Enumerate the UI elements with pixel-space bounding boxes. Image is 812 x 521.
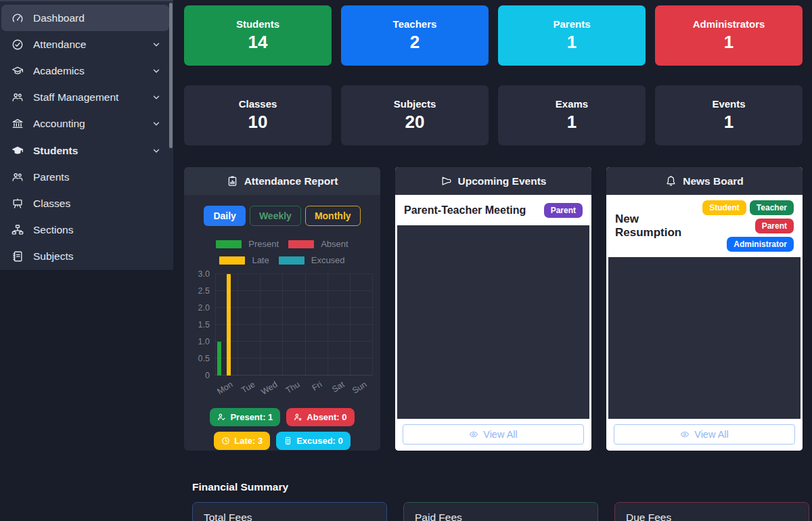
events-view-all-button[interactable]: View All xyxy=(403,424,584,445)
journal-icon xyxy=(12,250,24,263)
legend-label: Excused xyxy=(311,255,345,265)
stat-card-parents[interactable]: Parents1 xyxy=(498,5,646,66)
attendance-report-card: Attendance Report DailyWeeklyMonthly Pre… xyxy=(184,167,380,451)
attendance-bar-chart: 00.51.01.52.02.53.0 xyxy=(215,274,372,376)
legend-swatch xyxy=(288,240,314,248)
sidebar-item-label: Dashboard xyxy=(33,12,85,24)
event-row[interactable]: Parent-Teacher MeetingParent xyxy=(395,195,591,225)
summary-badge-present: Present: 1 xyxy=(210,408,280,426)
chevron-down-icon xyxy=(152,119,161,129)
diagram-icon xyxy=(12,224,24,236)
easel-icon xyxy=(12,198,24,210)
sidebar-scrollbar-thumb[interactable] xyxy=(169,3,173,148)
attendance-tab-weekly[interactable]: Weekly xyxy=(250,206,301,226)
stat-card-label: Parents xyxy=(553,18,590,30)
sidebar-item-label: Attendance xyxy=(33,39,86,51)
stat-card-value: 14 xyxy=(248,32,268,53)
sidebar-item-label: Classes xyxy=(33,198,70,210)
stat-card-value: 20 xyxy=(405,112,425,133)
chart-column-sat xyxy=(328,274,350,376)
person-check-icon xyxy=(217,413,226,422)
stat-card-label: Teachers xyxy=(393,18,437,30)
stat-card-value: 1 xyxy=(567,112,577,133)
mortarboard-fill-icon xyxy=(12,145,24,157)
y-axis-tick-label: 2.5 xyxy=(185,286,210,296)
sidebar-item-label: Sections xyxy=(33,224,73,236)
legend-swatch xyxy=(219,256,245,265)
chart-column-wed xyxy=(260,274,282,376)
stat-card-classes[interactable]: Classes10 xyxy=(184,85,332,145)
news-row[interactable]: New ResumptionStudentTeacherParentAdmini… xyxy=(606,195,803,257)
sidebar-item-dashboard[interactable]: Dashboard xyxy=(1,5,169,31)
stat-card-subjects[interactable]: Subjects20 xyxy=(341,85,489,145)
stat-card-exams[interactable]: Exams1 xyxy=(498,85,646,145)
stat-card-label: Subjects xyxy=(394,98,436,110)
attendance-tab-monthly[interactable]: Monthly xyxy=(305,206,361,226)
person-x-icon xyxy=(294,413,302,422)
chevron-down-icon xyxy=(152,93,161,102)
legend-item-absent[interactable]: Absent xyxy=(288,239,348,249)
chart-column-thu xyxy=(282,274,304,376)
news-role-badge-teacher: Teacher xyxy=(750,200,794,215)
stat-card-value: 1 xyxy=(724,32,734,53)
attendance-report-title: Attendance Report xyxy=(244,175,338,187)
financial-summary-cards: Total FeesPaid FeesDue Fees xyxy=(192,502,809,521)
summary-badge-label: Absent: 0 xyxy=(307,412,346,422)
news-role-badge-parent: Parent xyxy=(755,219,794,233)
financial-card-paid-fees: Paid Fees xyxy=(403,502,598,521)
dashboard-panels: Attendance Report DailyWeeklyMonthly Pre… xyxy=(184,167,803,451)
summary-badge-label: Present: 1 xyxy=(230,412,273,422)
bell-icon xyxy=(665,175,677,187)
stat-card-students[interactable]: Students14 xyxy=(184,5,332,66)
x-axis-tick-label: Mon xyxy=(205,380,234,403)
eye-icon xyxy=(469,430,478,439)
summary-badge-late: Late: 3 xyxy=(214,432,270,450)
sidebar-item-label: Students xyxy=(33,145,78,157)
stat-card-administrators[interactable]: Administrators1 xyxy=(655,5,803,66)
chart-column-sun xyxy=(350,274,372,376)
sidebar-nav: DashboardAttendanceAcademicsStaff Manage… xyxy=(0,1,173,270)
sidebar-item-attendance[interactable]: Attendance xyxy=(0,31,173,58)
stat-card-teachers[interactable]: Teachers2 xyxy=(341,5,489,66)
legend-swatch xyxy=(216,240,242,248)
news-board-footer: View All xyxy=(606,419,803,451)
news-board-title: News Board xyxy=(683,175,744,187)
y-axis-tick-label: 1.0 xyxy=(185,337,210,346)
summary-badge-label: Late: 3 xyxy=(234,436,263,446)
legend-item-late[interactable]: Late xyxy=(219,255,269,265)
attendance-chart-legend: PresentAbsentLateExcused xyxy=(184,239,380,265)
attendance-tab-daily[interactable]: Daily xyxy=(204,206,245,226)
legend-label: Late xyxy=(252,255,269,265)
chevron-down-icon xyxy=(152,66,161,76)
y-axis-tick-label: 2.0 xyxy=(185,303,210,313)
secondary-stat-cards: Classes10Subjects20Exams1Events1 xyxy=(184,85,803,145)
sidebar-item-academics[interactable]: Academics xyxy=(0,58,173,84)
sidebar-item-parents[interactable]: Parents xyxy=(0,164,173,190)
attendance-report-header: Attendance Report xyxy=(184,167,380,195)
y-axis-tick-label: 1.5 xyxy=(185,320,210,330)
sidebar-item-accounting[interactable]: Accounting xyxy=(0,111,173,137)
news-role-badge-student: Student xyxy=(702,200,746,215)
main-content: Students14Teachers2Parents1Administrator… xyxy=(184,5,803,521)
sidebar-item-students[interactable]: Students xyxy=(0,137,173,164)
financial-summary-title: Financial Summary xyxy=(192,481,803,493)
legend-item-present[interactable]: Present xyxy=(216,239,279,249)
sidebar-item-classes[interactable]: Classes xyxy=(0,190,173,217)
stat-card-events[interactable]: Events1 xyxy=(655,85,803,145)
stat-card-label: Students xyxy=(236,18,279,30)
upcoming-events-card: Upcoming Events Parent-Teacher MeetingPa… xyxy=(395,167,591,451)
chevron-down-icon xyxy=(152,146,161,156)
stat-card-value: 10 xyxy=(248,112,268,133)
sidebar-item-subjects[interactable]: Subjects xyxy=(0,244,173,270)
news-view-all-button[interactable]: View All xyxy=(614,424,795,445)
sidebar-item-sections[interactable]: Sections xyxy=(0,217,173,244)
dashboard-page: { "sidebar": { "items": [ { "label": "Da… xyxy=(0,0,812,521)
clock-icon xyxy=(221,436,230,445)
sidebar-item-label: Academics xyxy=(33,65,85,77)
people-icon xyxy=(12,171,24,183)
summary-badge-excused: Excused: 0 xyxy=(276,432,351,450)
legend-item-excused[interactable]: Excused xyxy=(279,255,345,265)
stat-card-label: Classes xyxy=(239,98,277,110)
sidebar-item-staff-management[interactable]: Staff Management xyxy=(0,85,173,111)
bar-late-mon xyxy=(227,274,231,376)
